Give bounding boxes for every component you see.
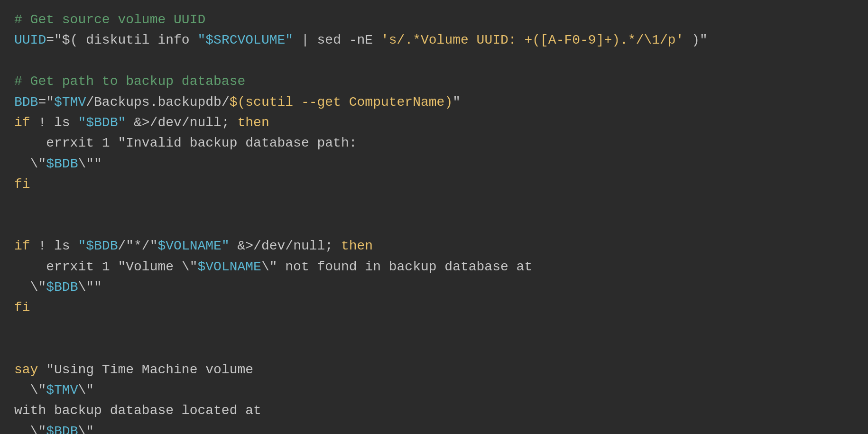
- code-token: "$BDB": [78, 115, 126, 130]
- code-token: \"": [78, 157, 102, 171]
- code-token: then: [341, 239, 373, 253]
- code-token: say: [14, 362, 38, 377]
- code-token: # Get path to backup database: [14, 74, 245, 89]
- code-editor: # Get source volume UUIDUUID="$( diskuti…: [14, 9, 854, 434]
- code-token: BDB: [14, 95, 38, 110]
- code-token: \": [14, 157, 46, 171]
- code-line: [14, 339, 854, 359]
- code-line: errxit 1 "Invalid backup database path:: [14, 133, 854, 153]
- code-token: =": [38, 95, 54, 110]
- code-token: $BDB: [46, 424, 78, 434]
- code-token: ! ls: [30, 239, 78, 253]
- code-token: "Invalid backup database path:: [118, 136, 357, 150]
- code-token: "$SRCVOLUME": [197, 33, 293, 47]
- code-line: errxit 1 "Volume \"$VOLNAME\" not found …: [14, 257, 854, 277]
- code-token: \": [14, 424, 46, 434]
- code-token: \": [261, 259, 277, 274]
- code-token: fi: [14, 177, 30, 192]
- code-line: UUID="$( diskutil info "$SRCVOLUME" | se…: [14, 30, 854, 50]
- code-token: $TMV: [46, 383, 78, 397]
- code-token: )": [683, 33, 707, 47]
- code-token: errxit 1: [14, 136, 118, 150]
- code-token: \": [14, 280, 46, 295]
- code-token: fi: [14, 300, 30, 315]
- code-token: $TMV: [54, 95, 86, 110]
- code-token: | sed -nE: [293, 33, 381, 47]
- code-token: /Backups.backupdb/: [86, 95, 229, 110]
- code-line: with backup database located at: [14, 400, 854, 421]
- code-line: BDB="$TMV/Backups.backupdb/$(scutil --ge…: [14, 92, 854, 112]
- code-token: \"": [78, 280, 102, 295]
- code-token: $(scutil --get ComputerName): [230, 95, 452, 110]
- code-token: "Volume \": [118, 259, 197, 274]
- code-line: [14, 195, 854, 215]
- code-token: /"*/": [118, 239, 157, 253]
- code-line: # Get path to backup database: [14, 71, 854, 92]
- code-token: &>/dev/null;: [230, 239, 341, 253]
- code-line: \"$TMV\": [14, 380, 854, 400]
- code-line: say "Using Time Machine volume: [14, 360, 854, 380]
- code-token: $BDB: [46, 157, 78, 171]
- code-token: # Get source volume UUID: [14, 12, 205, 27]
- code-line: [14, 51, 854, 71]
- code-token: ": [452, 95, 461, 110]
- code-token: UUID: [14, 33, 46, 47]
- code-token: 's/.*Volume UUID: +([A-F0-9]+).*/\1/p': [381, 33, 684, 47]
- code-line: fi: [14, 297, 854, 318]
- code-token: ="$( diskutil info: [46, 33, 197, 47]
- code-token: ! ls: [30, 115, 78, 130]
- code-token: "$BDB: [78, 239, 118, 253]
- code-line: fi: [14, 174, 854, 194]
- code-token: $BDB: [46, 280, 78, 295]
- code-token: errxit 1: [14, 259, 118, 274]
- code-token: \": [14, 383, 46, 397]
- code-token: \": [78, 424, 94, 434]
- code-line: if ! ls "$BDB/"*/"$VOLNAME" &>/dev/null;…: [14, 236, 854, 256]
- code-token: with backup database located at: [14, 403, 261, 418]
- code-token: "Using Time Machine volume: [38, 362, 253, 377]
- code-token: $VOLNAME: [197, 259, 261, 274]
- code-line: \"$BDB\": [14, 421, 854, 434]
- code-token: not found in backup database at: [277, 259, 533, 274]
- code-token: \": [78, 383, 94, 397]
- code-line: \"$BDB\"": [14, 277, 854, 297]
- code-line: if ! ls "$BDB" &>/dev/null; then: [14, 112, 854, 133]
- code-token: $VOLNAME": [157, 239, 229, 253]
- code-line: \"$BDB\"": [14, 154, 854, 174]
- code-token: if: [14, 115, 30, 130]
- code-line: [14, 318, 854, 339]
- code-token: &>/dev/null;: [126, 115, 237, 130]
- code-token: if: [14, 239, 30, 253]
- code-line: # Get source volume UUID: [14, 9, 854, 30]
- code-line: [14, 215, 854, 236]
- code-token: then: [238, 115, 269, 130]
